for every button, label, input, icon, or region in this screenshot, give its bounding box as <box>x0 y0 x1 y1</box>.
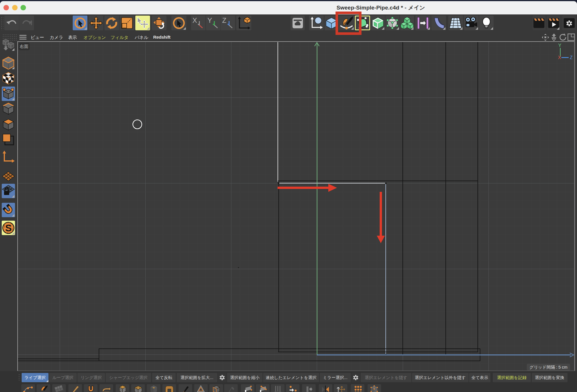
svg-text:X: X <box>192 17 197 24</box>
svg-text:S: S <box>5 222 12 233</box>
svg-text:Z: Z <box>222 17 226 24</box>
svg-text:Y: Y <box>207 17 212 24</box>
